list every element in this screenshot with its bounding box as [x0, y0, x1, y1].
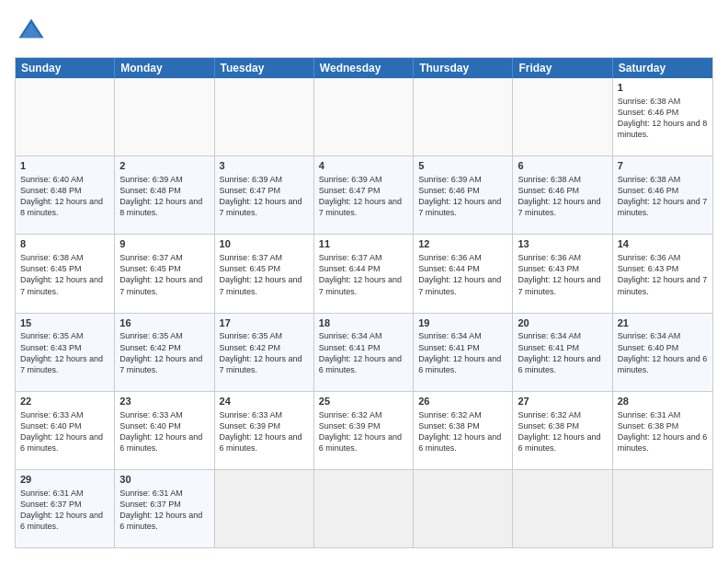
day-number: 18	[319, 316, 408, 330]
sunrise-text: Sunrise: 6:32 AM	[518, 410, 581, 419]
calendar-cell: 19Sunrise: 6:34 AMSunset: 6:41 PMDayligh…	[414, 314, 513, 391]
daylight-text: Daylight: 12 hours and 7 minutes.	[418, 197, 501, 217]
sunrise-text: Sunrise: 6:31 AM	[618, 410, 681, 419]
daylight-text: Daylight: 12 hours and 7 minutes.	[119, 354, 202, 374]
day-number: 14	[618, 237, 708, 251]
sunset-text: Sunset: 6:42 PM	[220, 343, 281, 352]
day-number: 16	[119, 316, 209, 330]
sunset-text: Sunset: 6:43 PM	[20, 343, 82, 352]
daylight-text: Daylight: 12 hours and 7 minutes.	[518, 197, 600, 217]
daylight-text: Daylight: 12 hours and 7 minutes.	[20, 354, 103, 374]
sunset-text: Sunset: 6:39 PM	[220, 421, 281, 431]
sunset-text: Sunset: 6:38 PM	[518, 421, 579, 431]
calendar-cell: 23Sunrise: 6:33 AMSunset: 6:40 PMDayligh…	[115, 392, 214, 469]
sunrise-text: Sunrise: 6:39 AM	[119, 175, 183, 184]
day-number: 1	[618, 81, 708, 95]
daylight-text: Daylight: 12 hours and 7 minutes.	[319, 197, 402, 217]
sunset-text: Sunset: 6:40 PM	[119, 421, 181, 431]
calendar-cell: 30Sunrise: 6:31 AMSunset: 6:37 PMDayligh…	[115, 470, 214, 547]
calendar-cell: 27Sunrise: 6:32 AMSunset: 6:38 PMDayligh…	[513, 392, 612, 469]
day-number: 25	[319, 395, 408, 408]
daylight-text: Daylight: 12 hours and 8 minutes.	[618, 119, 708, 139]
sunrise-text: Sunrise: 6:34 AM	[618, 331, 681, 340]
day-number: 20	[518, 316, 607, 330]
calendar-row: 1Sunrise: 6:40 AMSunset: 6:48 PMDaylight…	[16, 155, 712, 234]
day-number: 2	[119, 159, 209, 173]
day-number: 1	[20, 159, 109, 173]
day-number: 6	[518, 159, 607, 173]
day-number: 22	[20, 395, 109, 408]
calendar-header-cell: Friday	[513, 58, 612, 78]
calendar-row: 8Sunrise: 6:38 AMSunset: 6:45 PMDaylight…	[16, 234, 712, 312]
sunrise-text: Sunrise: 6:40 AM	[20, 175, 84, 184]
daylight-text: Daylight: 12 hours and 7 minutes.	[119, 275, 202, 295]
day-number: 24	[220, 395, 309, 408]
day-number: 28	[618, 395, 708, 408]
header	[15, 15, 713, 48]
calendar-cell: 11Sunrise: 6:37 AMSunset: 6:44 PMDayligh…	[314, 235, 414, 312]
daylight-text: Daylight: 12 hours and 7 minutes.	[319, 275, 402, 295]
sunrise-text: Sunrise: 6:38 AM	[618, 97, 681, 106]
empty-cell	[215, 78, 314, 155]
day-number: 10	[220, 237, 309, 251]
sunrise-text: Sunrise: 6:37 AM	[319, 253, 382, 262]
sunset-text: Sunset: 6:37 PM	[20, 500, 82, 509]
calendar-header-row: SundayMondayTuesdayWednesdayThursdayFrid…	[16, 58, 712, 78]
sunrise-text: Sunrise: 6:38 AM	[20, 253, 84, 262]
empty-cell	[414, 78, 513, 155]
sunset-text: Sunset: 6:47 PM	[319, 186, 381, 195]
calendar-header-cell: Monday	[115, 58, 214, 78]
calendar-cell: 21Sunrise: 6:34 AMSunset: 6:40 PMDayligh…	[613, 314, 712, 391]
daylight-text: Daylight: 12 hours and 7 minutes.	[20, 275, 103, 295]
day-number: 5	[418, 159, 507, 173]
calendar-cell: 1Sunrise: 6:40 AMSunset: 6:48 PMDaylight…	[16, 156, 115, 234]
calendar-cell: 4Sunrise: 6:39 AMSunset: 6:47 PMDaylight…	[314, 156, 414, 234]
sunrise-text: Sunrise: 6:36 AM	[518, 253, 581, 262]
daylight-text: Daylight: 12 hours and 8 minutes.	[119, 197, 202, 217]
sunrise-text: Sunrise: 6:31 AM	[119, 488, 183, 498]
daylight-text: Daylight: 12 hours and 6 minutes.	[618, 354, 708, 374]
calendar-cell: 15Sunrise: 6:35 AMSunset: 6:43 PMDayligh…	[16, 314, 115, 391]
sunset-text: Sunset: 6:41 PM	[319, 343, 381, 352]
daylight-text: Daylight: 12 hours and 8 minutes.	[20, 197, 103, 217]
day-number: 4	[319, 159, 408, 173]
daylight-text: Daylight: 12 hours and 6 minutes.	[319, 354, 402, 374]
sunset-text: Sunset: 6:47 PM	[220, 186, 281, 195]
calendar-header-cell: Tuesday	[215, 58, 314, 78]
sunrise-text: Sunrise: 6:33 AM	[119, 410, 183, 419]
calendar-cell: 25Sunrise: 6:32 AMSunset: 6:39 PMDayligh…	[314, 392, 414, 469]
empty-cell	[513, 470, 612, 547]
day-number: 17	[220, 316, 309, 330]
page: SundayMondayTuesdayWednesdayThursdayFrid…	[0, 0, 728, 563]
sunrise-text: Sunrise: 6:32 AM	[418, 410, 482, 419]
sunset-text: Sunset: 6:48 PM	[119, 186, 181, 195]
calendar-header-cell: Wednesday	[314, 58, 414, 78]
sunrise-text: Sunrise: 6:35 AM	[220, 331, 283, 340]
sunset-text: Sunset: 6:38 PM	[618, 421, 679, 431]
day-number: 13	[518, 237, 607, 251]
day-number: 19	[418, 316, 507, 330]
day-number: 9	[119, 237, 209, 251]
calendar-row: 15Sunrise: 6:35 AMSunset: 6:43 PMDayligh…	[16, 313, 712, 391]
sunrise-text: Sunrise: 6:39 AM	[418, 175, 482, 184]
sunrise-text: Sunrise: 6:33 AM	[220, 410, 283, 419]
empty-cell	[16, 78, 115, 155]
day-number: 7	[618, 159, 708, 173]
day-number: 30	[119, 473, 209, 487]
daylight-text: Daylight: 12 hours and 7 minutes.	[418, 275, 501, 295]
day-number: 11	[319, 237, 408, 251]
sunrise-text: Sunrise: 6:35 AM	[119, 331, 183, 340]
sunrise-text: Sunrise: 6:36 AM	[618, 253, 681, 262]
daylight-text: Daylight: 12 hours and 7 minutes.	[618, 275, 708, 295]
calendar-header-cell: Thursday	[414, 58, 513, 78]
daylight-text: Daylight: 12 hours and 6 minutes.	[518, 432, 600, 453]
empty-cell	[613, 470, 712, 547]
calendar-cell: 2Sunrise: 6:39 AMSunset: 6:48 PMDaylight…	[115, 156, 214, 234]
calendar-cell: 6Sunrise: 6:38 AMSunset: 6:46 PMDaylight…	[513, 156, 612, 234]
daylight-text: Daylight: 12 hours and 7 minutes.	[220, 275, 302, 295]
sunrise-text: Sunrise: 6:31 AM	[20, 488, 84, 498]
calendar-cell: 14Sunrise: 6:36 AMSunset: 6:43 PMDayligh…	[613, 235, 712, 312]
sunset-text: Sunset: 6:44 PM	[418, 264, 480, 273]
sunrise-text: Sunrise: 6:39 AM	[319, 175, 382, 184]
daylight-text: Daylight: 12 hours and 6 minutes.	[20, 511, 103, 531]
